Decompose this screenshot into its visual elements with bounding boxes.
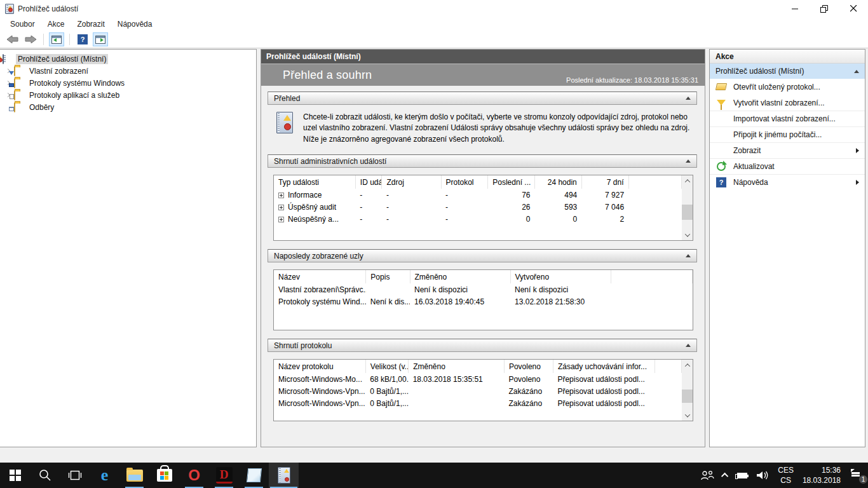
- vertical-scrollbar[interactable]: [682, 175, 693, 240]
- expand-icon[interactable]: [278, 193, 284, 198]
- scrollbar-thumb[interactable]: [682, 205, 693, 220]
- people-button[interactable]: [696, 463, 719, 488]
- taskbar-d-app[interactable]: D: [209, 463, 239, 488]
- table-row[interactable]: Vlastní zobrazení\Správc...Není k dispoz…: [274, 283, 693, 295]
- table-cell: 593: [535, 201, 582, 213]
- collapse-arrow-icon[interactable]: [686, 254, 691, 257]
- action-connect-other-computer[interactable]: Připojit k jinému počítači...: [710, 126, 865, 142]
- table-cell: Microsoft-Windows-Mo...: [274, 373, 365, 385]
- tree-item-label[interactable]: Protokoly systému Windows: [27, 78, 126, 88]
- collapse-arrow-icon[interactable]: [686, 344, 691, 347]
- table-row[interactable]: Microsoft-Windows-Mo...68 kB/1,00...18.0…: [274, 373, 682, 385]
- tree-item-windows-logs[interactable]: Protokoly systému Windows: [0, 77, 256, 89]
- column-header[interactable]: Popis: [366, 270, 410, 283]
- action-open-saved-log[interactable]: Otevřít uložený protokol...: [710, 79, 865, 95]
- column-header[interactable]: Zásady uchovávání infor...: [553, 360, 654, 373]
- column-header[interactable]: Zdroj: [382, 175, 441, 189]
- show-console-tree-button[interactable]: [49, 32, 64, 46]
- task-view-button[interactable]: [60, 463, 90, 488]
- taskbar-opera[interactable]: O: [179, 463, 209, 488]
- taskbar-store[interactable]: [149, 463, 179, 488]
- scroll-up-button[interactable]: [682, 175, 693, 186]
- expand-icon[interactable]: [278, 217, 284, 222]
- tree-item-label[interactable]: Protokoly aplikací a služeb: [27, 90, 121, 100]
- action-view[interactable]: Zobrazit: [710, 142, 865, 158]
- tree-item-app-logs[interactable]: Protokoly aplikací a služeb: [0, 89, 256, 101]
- scroll-down-button[interactable]: [682, 229, 693, 240]
- collapse-arrow-icon[interactable]: [854, 70, 859, 73]
- search-button[interactable]: [30, 463, 60, 488]
- taskbar-notepad[interactable]: [239, 463, 269, 488]
- tree-item-subscriptions[interactable]: Odběry: [0, 101, 256, 113]
- table-row[interactable]: Protokoly systému Wind...Není k dis...16…: [274, 295, 693, 308]
- scroll-down-button[interactable]: [682, 410, 693, 421]
- menu-akce[interactable]: Akce: [41, 18, 71, 30]
- show-hidden-icons-button[interactable]: [719, 463, 733, 488]
- column-header[interactable]: 24 hodin: [535, 175, 582, 189]
- column-header[interactable]: [655, 360, 682, 373]
- column-header[interactable]: Vytvořeno: [510, 270, 611, 283]
- battery-button[interactable]: [733, 463, 752, 488]
- taskbar-edge[interactable]: e: [90, 463, 119, 488]
- table-row[interactable]: Úspěšný audit---265937 046: [274, 201, 682, 213]
- taskbar-event-viewer[interactable]: [269, 463, 299, 488]
- column-header[interactable]: Velikost (v...: [365, 360, 408, 373]
- show-action-pane-button[interactable]: [93, 32, 108, 46]
- action-create-custom-view[interactable]: Vytvořit vlastní zobrazení...: [710, 95, 865, 111]
- scrollbar-track[interactable]: [682, 370, 693, 410]
- help-button[interactable]: ?: [75, 32, 90, 46]
- table-row[interactable]: Neúspěšný a...---002: [274, 213, 682, 225]
- notification-center-button[interactable]: 1: [845, 463, 868, 488]
- table-row[interactable]: Microsoft-Windows-Vpn...0 Bajtů/1,...Zak…: [274, 385, 682, 397]
- expand-icon[interactable]: [278, 205, 284, 210]
- menu-soubor[interactable]: Soubor: [4, 18, 41, 30]
- collapse-arrow-icon[interactable]: [686, 159, 691, 163]
- column-header[interactable]: ID událo...: [355, 175, 382, 189]
- column-header[interactable]: Povoleno: [504, 360, 553, 373]
- menu-zobrazit[interactable]: Zobrazit: [71, 18, 111, 30]
- action-refresh[interactable]: Aktualizovat: [710, 158, 865, 174]
- taskbar-file-explorer[interactable]: [119, 463, 149, 488]
- tree-item-label[interactable]: Odběry: [27, 102, 56, 112]
- section-nodes-header[interactable]: Naposledy zobrazené uzly: [268, 249, 697, 262]
- collapse-arrow-icon[interactable]: [686, 97, 691, 100]
- tree-item-label[interactable]: Prohlížeč událostí (Místní): [16, 54, 108, 64]
- column-header[interactable]: 7 dní: [581, 175, 628, 189]
- column-header[interactable]: [628, 175, 681, 189]
- close-button[interactable]: [839, 0, 868, 17]
- section-admin-header[interactable]: Shrnutí administrativních událostí: [268, 154, 697, 168]
- actions-group-header[interactable]: Prohlížeč událostí (Místní): [710, 64, 865, 79]
- restore-button[interactable]: [810, 0, 839, 17]
- column-header[interactable]: Změněno: [409, 360, 505, 373]
- column-header[interactable]: Změněno: [410, 270, 510, 283]
- scroll-up-button[interactable]: [682, 360, 693, 370]
- windows-logo-icon: [10, 470, 21, 481]
- tree-item-custom-views[interactable]: Vlastní zobrazení: [0, 65, 256, 77]
- scrollbar-thumb[interactable]: [682, 390, 693, 403]
- section-overview-header[interactable]: Přehled: [268, 92, 697, 105]
- action-import-custom-view[interactable]: Importovat vlastní zobrazení...: [710, 111, 865, 126]
- vertical-scrollbar[interactable]: [682, 360, 693, 421]
- table-row[interactable]: Informace---764947 927: [274, 189, 682, 201]
- column-header[interactable]: Název: [274, 270, 366, 283]
- menu-napoveda[interactable]: Nápověda: [111, 18, 159, 30]
- volume-button[interactable]: [752, 463, 773, 488]
- language-indicator[interactable]: CES CS: [773, 463, 798, 488]
- minimize-button[interactable]: [780, 0, 810, 17]
- table-row[interactable]: Microsoft-Windows-Vpn...0 Bajtů/1,...Zak…: [274, 397, 682, 409]
- action-help[interactable]: ? Nápověda: [710, 174, 865, 190]
- clock[interactable]: 15:36 18.03.2018: [798, 463, 845, 488]
- column-header[interactable]: Protokol: [441, 175, 488, 189]
- column-header[interactable]: Typ události: [274, 175, 355, 189]
- tree-item-root[interactable]: Prohlížeč událostí (Místní): [0, 53, 256, 65]
- back-button[interactable]: [5, 32, 20, 46]
- section-logs-header[interactable]: Shrnutí protokolu: [268, 339, 697, 352]
- start-button[interactable]: [0, 463, 30, 488]
- tree-item-label[interactable]: Vlastní zobrazení: [27, 66, 90, 76]
- table-cell: Protokoly systému Wind...: [274, 295, 366, 308]
- column-header[interactable]: [611, 270, 692, 283]
- forward-button[interactable]: [23, 32, 38, 46]
- scrollbar-track[interactable]: [682, 186, 693, 229]
- column-header[interactable]: Poslední ...: [488, 175, 535, 189]
- column-header[interactable]: Název protokolu: [274, 360, 365, 373]
